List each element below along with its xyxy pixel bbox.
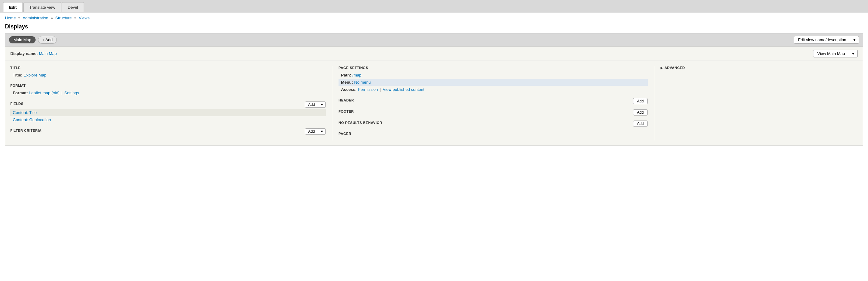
display-name-bar: Display name: Main Map View Main Map ▼	[5, 47, 863, 61]
format-section-header: FORMAT	[10, 84, 326, 87]
menu-row: Menu: No menu	[339, 79, 648, 86]
page-settings-section: PAGE SETTINGS Path: /map Menu: No menu A…	[339, 66, 648, 93]
col-middle: PAGE SETTINGS Path: /map Menu: No menu A…	[332, 66, 654, 140]
displays-toolbar: Main Map + Add Edit view name/descriptio…	[5, 33, 863, 47]
field-content-title[interactable]: Content: Title	[13, 110, 37, 115]
format-value[interactable]: Leaflet map (old)	[29, 90, 60, 95]
no-results-section-header: NO RESULTS BEHAVIOR	[339, 121, 382, 124]
menu-label: Menu:	[341, 80, 353, 85]
access-sep: |	[380, 87, 381, 92]
title-value[interactable]: Explore Map	[24, 73, 46, 78]
format-row: Format: Leaflet map (old) | Settings	[10, 89, 326, 96]
pager-section: PAGER	[339, 132, 648, 136]
filter-add-button[interactable]: Add	[305, 128, 318, 135]
access-row: Access: Permission | View published cont…	[339, 86, 648, 93]
edit-view-group: Edit view name/description ▼	[794, 36, 859, 44]
list-item: Content: Title	[10, 109, 326, 116]
format-label: Format:	[13, 90, 28, 95]
fields-add-dropdown[interactable]: ▼	[318, 102, 326, 108]
menu-value[interactable]: No menu	[354, 80, 371, 85]
filter-add-group: Add ▼	[305, 128, 326, 135]
filter-criteria-header: FILTER CRITERIA	[10, 129, 41, 132]
edit-view-dropdown-button[interactable]: ▼	[850, 36, 859, 44]
page-settings-header: PAGE SETTINGS	[339, 66, 648, 69]
breadcrumb-structure[interactable]: Structure	[55, 16, 72, 20]
field-content-geolocation[interactable]: Content: Geolocation	[13, 117, 51, 122]
no-results-title-row: NO RESULTS BEHAVIOR Add	[339, 120, 648, 127]
title-row: Title: Explore Map	[10, 72, 326, 79]
view-main-map-dropdown[interactable]: ▼	[849, 50, 858, 57]
breadcrumb-sep-1: »	[18, 16, 20, 20]
no-results-add-button[interactable]: Add	[633, 120, 648, 127]
title-section-header: TITLE	[10, 66, 326, 69]
pager-section-header: PAGER	[339, 132, 648, 136]
view-main-group: View Main Map ▼	[813, 50, 858, 57]
no-results-section: NO RESULTS BEHAVIOR Add	[339, 120, 648, 127]
footer-section: FOOTER Add	[339, 109, 648, 115]
edit-view-name-button[interactable]: Edit view name/description	[794, 36, 850, 44]
advanced-triangle-icon: ▶	[660, 66, 663, 69]
advanced-section-header[interactable]: ▶ ADVANCED	[660, 66, 858, 69]
list-item: Content: Geolocation	[10, 116, 326, 123]
format-sep: |	[61, 90, 62, 95]
path-row: Path: /map	[339, 72, 648, 79]
breadcrumb-views[interactable]: Views	[79, 16, 90, 20]
filter-add-dropdown[interactable]: ▼	[318, 128, 326, 135]
main-map-button[interactable]: Main Map	[9, 36, 36, 44]
fields-add-group: Add ▼	[305, 102, 326, 108]
path-value[interactable]: /map	[352, 73, 362, 78]
access-label: Access:	[341, 87, 356, 92]
col-left: TITLE Title: Explore Map FORMAT Format: …	[10, 66, 332, 140]
col-right: ▶ ADVANCED	[654, 66, 858, 140]
fields-add-button[interactable]: Add	[305, 102, 318, 108]
page-content: Displays Main Map + Add Edit view name/d…	[0, 23, 868, 152]
filter-criteria-title-row: FILTER CRITERIA Add ▼	[10, 128, 326, 135]
format-section: FORMAT Format: Leaflet map (old) | Setti…	[10, 84, 326, 96]
tab-translate-view[interactable]: Translate view	[23, 2, 61, 12]
display-panel: Display name: Main Map View Main Map ▼ T…	[5, 47, 863, 146]
access-view-published[interactable]: View published content	[383, 87, 424, 92]
advanced-label: ADVANCED	[664, 66, 685, 69]
title-label: Title:	[13, 73, 23, 78]
footer-add-button[interactable]: Add	[633, 109, 648, 115]
toolbar-left: Main Map + Add	[9, 36, 57, 44]
display-name-key: Display name:	[10, 51, 38, 56]
footer-section-header: FOOTER	[339, 110, 354, 113]
displays-title: Displays	[5, 23, 863, 30]
header-title-row: HEADER Add	[339, 98, 648, 104]
fields-section: FIELDS Add ▼ Content: Title Content: Geo…	[10, 102, 326, 123]
tab-devel[interactable]: Devel	[62, 2, 84, 12]
display-name-label: Display name: Main Map	[10, 51, 57, 56]
columns-container: TITLE Title: Explore Map FORMAT Format: …	[5, 61, 863, 145]
fields-section-header: FIELDS	[10, 102, 23, 106]
breadcrumb-administration[interactable]: Administration	[23, 16, 48, 20]
display-name-value[interactable]: Main Map	[39, 51, 57, 56]
title-section: TITLE Title: Explore Map	[10, 66, 326, 79]
tabs-bar: Edit Translate view Devel	[0, 0, 868, 12]
breadcrumb-sep-3: »	[74, 16, 76, 20]
footer-title-row: FOOTER Add	[339, 109, 648, 115]
filter-criteria-section: FILTER CRITERIA Add ▼	[10, 128, 326, 135]
format-settings[interactable]: Settings	[64, 90, 79, 95]
breadcrumb-sep-2: »	[51, 16, 53, 20]
add-display-button[interactable]: + Add	[38, 36, 57, 44]
view-main-map-button[interactable]: View Main Map	[813, 50, 849, 57]
header-section-header: HEADER	[339, 99, 354, 102]
fields-list: Content: Title Content: Geolocation	[10, 109, 326, 123]
fields-title-row: FIELDS Add ▼	[10, 102, 326, 108]
access-permission[interactable]: Permission	[358, 87, 378, 92]
breadcrumb: Home » Administration » Structure » View…	[0, 12, 868, 23]
breadcrumb-home[interactable]: Home	[5, 16, 16, 20]
path-label: Path:	[341, 73, 351, 78]
tab-edit[interactable]: Edit	[3, 2, 23, 12]
header-add-button[interactable]: Add	[633, 98, 648, 104]
header-section: HEADER Add	[339, 98, 648, 104]
